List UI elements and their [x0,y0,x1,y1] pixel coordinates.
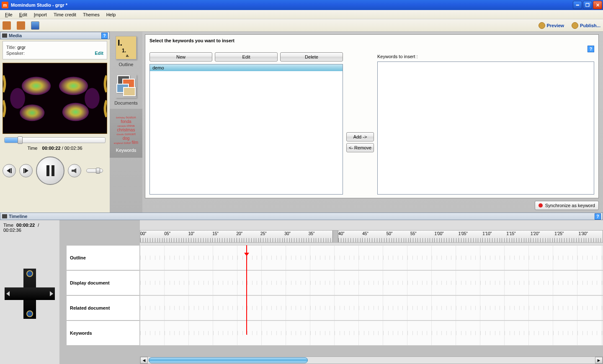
toolbar-icon-1[interactable] [3,21,11,30]
svg-point-6 [85,88,100,108]
menu-edit[interactable]: Edit [16,11,31,18]
volume-slider[interactable] [86,169,103,173]
remove-button[interactable]: <- Remove [346,143,374,152]
menu-themes[interactable]: Themes [80,11,103,18]
tag-cloud-icon: birthdaybostonfondacanadachinachristmasc… [111,113,141,148]
timeline-header: Timeline ? [0,213,603,220]
synchronize-button[interactable]: Synchronize as keyword [535,201,599,210]
ruler-tick: 25" [260,231,267,236]
playhead[interactable] [246,245,247,335]
record-icon [539,203,543,208]
edit-speaker-link[interactable]: Edit [95,51,103,56]
step-forward-button[interactable] [19,164,33,177]
nav-right-icon[interactable] [50,291,53,296]
tab-keywords[interactable]: birthdaybostonfondacanadachinachristmasc… [110,109,142,158]
seek-slider[interactable] [4,137,106,143]
ruler-tick: 45" [362,231,368,236]
edit-button[interactable]: Edit [215,52,278,62]
zoom-out-icon[interactable] [26,310,33,317]
ruler-tick: 50" [387,231,393,236]
scroll-right-icon[interactable]: ► [595,357,603,364]
timeline-panel: Timeline ? Time 00:00:22 / 00:02:36 [0,213,603,364]
help-icon[interactable]: ? [101,33,108,39]
timeline-nav: Time 00:00:22 / 00:02:36 [0,220,59,364]
track-label: Outline [66,245,140,270]
ruler-tick: 1'20" [531,231,540,236]
ruler-tick: 30" [284,231,291,236]
ruler-tick: 10" [188,231,195,236]
panel-title: Select the keywords you want to insert [149,38,234,43]
save-icon[interactable] [31,21,39,30]
media-panel-title: Media [9,33,22,38]
svg-point-2 [59,77,88,95]
gear-icon [572,22,578,29]
svg-point-3 [20,105,44,121]
media-panel-header: Media ? [0,32,110,39]
tab-documents[interactable]: Documents [110,70,142,109]
media-info: Title: grgr Speaker:Edit [3,41,107,59]
new-button[interactable]: New [149,52,212,62]
content-area: Select the keywords you want to insert ?… [142,32,603,213]
preview-button[interactable]: Preview [539,22,564,29]
delete-button[interactable]: Delete [280,52,343,62]
tab-outline[interactable]: I.1.a. Outline [110,32,142,70]
pause-button[interactable] [36,156,64,185]
speaker-icon [72,168,77,173]
timeline-scrollbar[interactable]: ◄ ► [140,356,603,364]
menu-file[interactable]: File [2,11,16,18]
ruler-tick: 1'05" [459,231,468,236]
step-back-button[interactable] [3,164,16,177]
scroll-left-icon[interactable]: ◄ [140,357,148,364]
toolbar: Preview Publish... [0,19,603,32]
toolbar-icon-2[interactable] [17,21,25,30]
publish-button[interactable]: Publish... [572,22,600,29]
title-label: Title: [6,45,16,50]
window-minimize[interactable]: ━ [573,1,582,9]
menu-import[interactable]: Import [31,11,50,18]
keywords-insert-list[interactable] [377,62,594,195]
timeline-time-total: 00:02:36 [3,228,21,233]
nav-pad [5,269,55,319]
track-row[interactable] [140,270,603,295]
media-panel: Media ? Title: grgr Speaker:Edit Time [0,32,110,213]
svg-point-4 [62,103,89,121]
track-row[interactable] [140,295,603,320]
documents-icon [116,74,137,98]
ruler-tick: 15" [212,231,219,236]
menu-help[interactable]: Help [103,11,119,18]
window-maximize[interactable]: ❐ [583,1,592,9]
track-row[interactable] [140,320,603,346]
time-display: Time 00:00:22 / 00:02:36 [0,144,110,152]
media-icon [2,33,7,38]
svg-point-5 [10,88,25,108]
timeline-time-current: 00:00:22 [16,223,35,228]
ruler-tick: 35" [309,231,315,236]
scrollbar-thumb[interactable] [149,357,308,363]
svg-point-1 [22,77,51,95]
time-total: 00:02:36 [64,146,82,151]
nav-horz [5,287,55,300]
ruler-tick: 1'25" [554,231,564,236]
add-button[interactable]: Add -> [346,132,374,141]
video-preview[interactable] [3,63,107,134]
keyword-item[interactable]: demo [150,64,343,71]
window-close[interactable]: ✕ [593,1,602,9]
help-icon[interactable]: ? [588,46,594,52]
help-icon[interactable]: ? [595,213,601,220]
tabstrip: I.1.a. Outline Documents birthdaybostonf… [110,32,142,213]
ruler-tick: 40" [338,231,345,236]
window-titlebar: m Momindum Studio - grgr * ━ ❐ ✕ [0,0,603,10]
to-insert-label: Keywords to insert : [377,54,594,59]
track-row[interactable] [140,245,603,270]
ruler-tick: 1'00" [434,231,443,236]
menu-time-credit[interactable]: Time credit [50,11,80,18]
volume-button[interactable] [68,164,81,177]
seek-thumb[interactable] [18,136,23,144]
keywords-available-list[interactable]: demo [149,64,343,195]
timeline-icon [2,214,7,218]
ruler-tick: 1'10" [482,231,492,236]
nav-left-icon[interactable] [6,291,10,296]
timeline-ruler[interactable]: 00"05"10"15"20"25"30"35"40"45"50"55"1'00… [140,230,603,243]
track-label: Related document [66,295,140,320]
zoom-in-icon[interactable] [26,270,33,277]
